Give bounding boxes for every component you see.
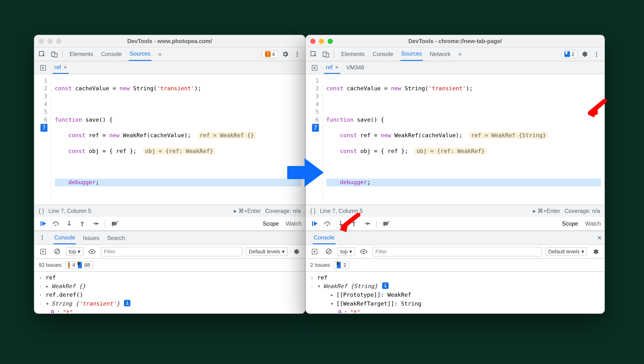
tabs-more[interactable]: » xyxy=(458,48,462,61)
issues-label: 2 Issues: xyxy=(310,262,331,268)
property-row[interactable]: ▸[[Prototype]]: WeakRef xyxy=(306,291,604,299)
tabs-more[interactable]: » xyxy=(157,48,162,61)
annotation-arrow-icon xyxy=(339,213,360,232)
run-shortcut[interactable]: ▸ ⌘+Enter xyxy=(533,208,560,214)
property-row[interactable]: ▾[[WeakRefTarget]]: String xyxy=(306,299,604,308)
play-icon[interactable] xyxy=(309,62,320,73)
drawer-tab-console[interactable]: Console xyxy=(313,231,335,244)
file-tab-ref[interactable]: ref × xyxy=(324,61,340,74)
filter-input[interactable]: Filter xyxy=(101,247,242,256)
transition-arrow-icon xyxy=(287,157,324,188)
clear-icon[interactable] xyxy=(52,246,62,257)
svg-point-5 xyxy=(297,56,298,57)
expand-icon[interactable]: ▸ xyxy=(330,291,333,299)
file-tab-label: ref xyxy=(326,64,333,70)
kebab-icon[interactable] xyxy=(37,232,48,243)
code-area[interactable]: const cacheValue = new String('transient… xyxy=(51,74,305,204)
property-row[interactable]: 0: "t" xyxy=(306,308,604,314)
watch-tab[interactable]: Watch xyxy=(585,220,601,227)
eye-icon[interactable] xyxy=(87,246,97,257)
close-icon[interactable]: × xyxy=(597,233,602,242)
code-area[interactable]: const cacheValue = new String('transient… xyxy=(323,74,604,204)
scope-tab[interactable]: Scope xyxy=(263,220,279,227)
gear-icon[interactable] xyxy=(590,246,601,257)
kebab-icon[interactable] xyxy=(292,49,303,60)
tab-console[interactable]: Console xyxy=(100,48,123,61)
issues-chip[interactable]: ▘2 xyxy=(334,261,349,269)
step-over-icon[interactable] xyxy=(51,218,61,229)
run-shortcut[interactable]: ▸ ⌘+Enter xyxy=(234,208,261,214)
scope-tab[interactable]: Scope xyxy=(562,220,578,227)
resume-icon[interactable] xyxy=(38,218,49,229)
deactivate-breakpoints-icon[interactable] xyxy=(110,218,120,229)
issues-badge[interactable]: ! 4 xyxy=(262,50,278,58)
tab-sources[interactable]: Sources xyxy=(129,48,151,61)
console-body[interactable]: ›ref ‹▾WeakRef {String}i ▸[[Prototype]]:… xyxy=(306,272,604,313)
step-over-icon[interactable] xyxy=(322,218,333,229)
annotation-arrow-icon xyxy=(587,99,607,118)
watch-tab[interactable]: Watch xyxy=(286,220,302,227)
device-icon[interactable] xyxy=(321,49,331,60)
braces-icon[interactable]: { } xyxy=(310,208,316,214)
gear-icon[interactable] xyxy=(579,49,590,60)
close-icon[interactable]: × xyxy=(64,64,67,70)
issues-count: 4 xyxy=(272,51,275,57)
issues-badge[interactable]: ▘ 2 xyxy=(561,50,578,58)
drawer-tab-issues[interactable]: Issues xyxy=(82,231,100,244)
debugger-controls: Scope Watch xyxy=(34,217,305,231)
play-icon[interactable] xyxy=(38,246,49,257)
info-icon[interactable]: i xyxy=(124,300,131,306)
context-selector[interactable]: top▾ xyxy=(337,247,355,256)
code-editor[interactable]: 123456 7 const cacheValue = new String('… xyxy=(306,74,604,204)
code-editor[interactable]: 123456 7 const cacheValue = new String('… xyxy=(34,74,305,204)
collapse-icon[interactable]: ▾ xyxy=(330,300,333,308)
console-body[interactable]: ›ref ‹▸WeakRef {} ›ref.deref() ‹▾String … xyxy=(34,272,305,313)
tab-elements[interactable]: Elements xyxy=(340,48,366,61)
step-out-icon[interactable] xyxy=(77,218,88,229)
play-icon[interactable] xyxy=(38,62,49,73)
drawer-tabbar: Console Issues Search xyxy=(34,231,305,245)
drawer-tab-console[interactable]: Console xyxy=(54,231,76,244)
deactivate-breakpoints-icon[interactable] xyxy=(381,218,392,229)
console-input: ref xyxy=(317,274,328,282)
console-output[interactable]: WeakRef {String} xyxy=(323,282,378,290)
context-selector[interactable]: top▾ xyxy=(66,247,83,256)
inspect-icon[interactable] xyxy=(309,49,319,60)
drawer-tab-search[interactable]: Search xyxy=(106,231,126,244)
play-icon[interactable] xyxy=(309,246,320,257)
console-output[interactable]: WeakRef {} xyxy=(52,282,86,290)
console-output[interactable]: String {'transient'} xyxy=(52,300,120,308)
property-row[interactable]: 0: "t" xyxy=(34,308,305,314)
filter-input[interactable]: Filter xyxy=(372,247,542,256)
collapse-icon[interactable]: ▾ xyxy=(317,282,321,290)
tab-console[interactable]: Console xyxy=(372,48,394,61)
warning-icon: ! xyxy=(265,51,271,57)
device-icon[interactable] xyxy=(49,49,60,60)
tab-sources[interactable]: Sources xyxy=(400,48,423,61)
step-icon[interactable] xyxy=(362,218,372,229)
info-icon[interactable]: i xyxy=(382,282,389,289)
tab-elements[interactable]: Elements xyxy=(69,48,94,61)
step-icon[interactable] xyxy=(90,218,101,229)
devtools-tabbar: Elements Console Sources » ! 4 xyxy=(34,48,305,61)
issues-chip[interactable]: !4 ▘88 xyxy=(65,261,93,269)
input-chevron-icon: › xyxy=(39,291,43,299)
collapse-icon[interactable]: ▾ xyxy=(46,300,49,308)
kebab-icon[interactable] xyxy=(591,49,602,60)
tab-network[interactable]: Network xyxy=(429,48,452,61)
clear-icon[interactable] xyxy=(323,246,334,257)
step-into-icon[interactable] xyxy=(64,218,75,229)
issues-count: 2 xyxy=(571,51,574,57)
file-tab-vm[interactable]: VM348 xyxy=(345,61,366,74)
gear-icon[interactable] xyxy=(280,49,290,60)
close-icon[interactable]: × xyxy=(335,64,339,70)
inspect-icon[interactable] xyxy=(37,49,48,60)
expand-icon[interactable]: ▸ xyxy=(46,282,49,290)
file-tab-ref[interactable]: ref × xyxy=(53,61,69,74)
log-levels[interactable]: Default levels▾ xyxy=(246,247,288,256)
resume-icon[interactable] xyxy=(309,218,320,229)
eye-icon[interactable] xyxy=(358,246,369,257)
gear-icon[interactable] xyxy=(291,246,302,257)
log-levels[interactable]: Default levels▾ xyxy=(545,247,587,256)
braces-icon[interactable]: { } xyxy=(39,208,44,214)
